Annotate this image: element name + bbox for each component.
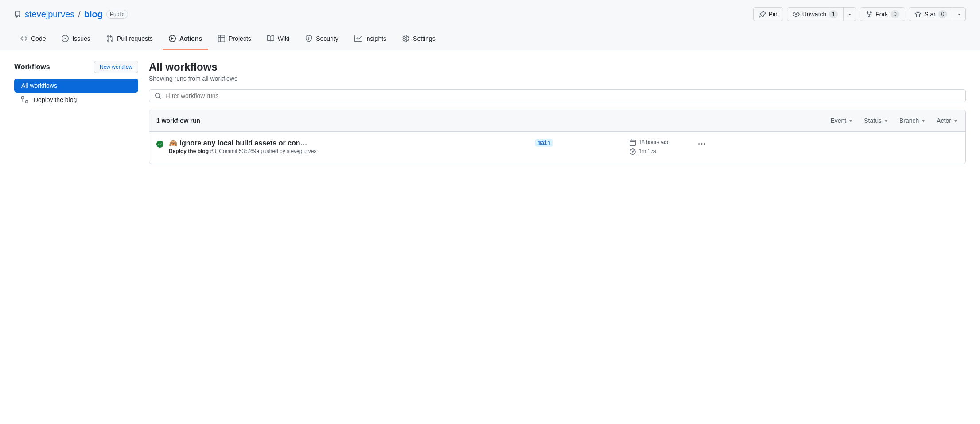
shield-icon [305, 35, 312, 42]
repo-icon [14, 11, 21, 18]
repo-header-row: stevejpurves / blog Public Pin Unwatch 1 [14, 7, 966, 21]
pin-button[interactable]: Pin [753, 7, 783, 21]
tab-settings-label: Settings [413, 32, 436, 45]
repo-nav: Code Issues Pull requests Actions Projec… [14, 28, 966, 50]
stopwatch-icon [629, 148, 636, 155]
sidebar-item-label: Deploy the blog [34, 96, 77, 103]
tab-security[interactable]: Security [299, 28, 345, 50]
filter-actor[interactable]: Actor [937, 117, 958, 124]
book-icon [267, 35, 274, 42]
run-row[interactable]: 🙈 ignore any local build assets or con… … [149, 132, 965, 164]
star-button-group: Star 0 [909, 7, 966, 21]
owner-link[interactable]: stevejpurves [25, 9, 74, 20]
pin-label: Pin [769, 10, 778, 19]
search-box[interactable] [149, 89, 966, 102]
sidebar-header: Workflows New workflow [14, 61, 138, 73]
run-info: 🙈 ignore any local build assets or con… … [169, 139, 530, 154]
table-icon [218, 35, 225, 42]
triangle-down-icon [921, 118, 926, 123]
eye-icon [793, 11, 800, 18]
tab-projects[interactable]: Projects [212, 28, 257, 50]
tab-code-label: Code [31, 32, 46, 45]
tab-wiki[interactable]: Wiki [261, 28, 296, 50]
body-wrap: Workflows New workflow All workflows Dep… [0, 50, 980, 175]
filter-event[interactable]: Event [830, 117, 853, 124]
pull-request-icon [106, 35, 113, 42]
time-ago-row: 18 hours ago [629, 139, 691, 146]
sidebar-title: Workflows [14, 63, 50, 71]
tab-code[interactable]: Code [14, 28, 52, 50]
filter-status-label: Status [864, 117, 882, 124]
time-column: 18 hours ago 1m 17s [629, 139, 691, 157]
watch-button-group: Unwatch 1 [787, 7, 856, 21]
run-title-text: ignore any local build assets or con… [179, 139, 307, 147]
sidebar-item-all-workflows[interactable]: All workflows [14, 79, 138, 93]
tab-issues-label: Issues [72, 32, 90, 45]
code-icon [20, 35, 27, 42]
branch-column: main [535, 139, 624, 147]
run-desc-tail: #3: Commit 53c769a pushed by stevejpurve… [209, 148, 316, 154]
tab-wiki-label: Wiki [278, 32, 289, 45]
tab-security-label: Security [316, 32, 338, 45]
tab-actions[interactable]: Actions [163, 28, 208, 50]
pin-icon [759, 11, 766, 18]
page-title: All workflows [149, 61, 966, 73]
fork-label: Fork [875, 10, 888, 19]
tab-pull-label: Pull requests [117, 32, 153, 45]
run-menu-button[interactable] [696, 139, 707, 149]
filter-event-label: Event [830, 117, 846, 124]
tab-issues[interactable]: Issues [55, 28, 96, 50]
triangle-down-icon [847, 12, 852, 17]
duration-row: 1m 17s [629, 148, 691, 155]
triangle-down-icon [883, 118, 889, 123]
new-workflow-button[interactable]: New workflow [94, 61, 138, 73]
filter-status[interactable]: Status [864, 117, 889, 124]
visibility-badge: Public [106, 10, 128, 19]
run-workflow-name: Deploy the blog [169, 148, 209, 154]
runs-header: 1 workflow run Event Status Branch [149, 110, 965, 132]
sidebar-item-label: All workflows [21, 82, 57, 89]
gear-icon [402, 35, 409, 42]
unwatch-label: Unwatch [802, 10, 826, 19]
page-subtitle: Showing runs from all workflows [149, 75, 966, 82]
star-button[interactable]: Star 0 [909, 7, 953, 21]
triangle-down-icon [957, 12, 962, 17]
success-icon [156, 141, 163, 148]
filter-branch[interactable]: Branch [899, 117, 926, 124]
triangle-down-icon [848, 118, 853, 123]
sidebar: Workflows New workflow All workflows Dep… [14, 61, 138, 164]
star-icon [914, 11, 922, 18]
run-emoji: 🙈 [169, 139, 178, 147]
search-icon [155, 92, 162, 99]
sidebar-item-deploy-blog[interactable]: Deploy the blog [14, 93, 138, 107]
watch-dropdown[interactable] [844, 7, 856, 21]
repo-action-buttons: Pin Unwatch 1 Fork 0 Star [753, 7, 966, 21]
filter-branch-label: Branch [899, 117, 919, 124]
duration-text: 1m 17s [639, 148, 656, 154]
path-separator: / [78, 9, 81, 20]
fork-icon [866, 11, 873, 18]
workflow-list: All workflows Deploy the blog [14, 79, 138, 107]
page-header: stevejpurves / blog Public Pin Unwatch 1 [0, 0, 980, 50]
branch-label[interactable]: main [535, 139, 553, 147]
tab-pull-requests[interactable]: Pull requests [100, 28, 159, 50]
workflow-icon [21, 96, 28, 103]
graph-icon [354, 35, 362, 42]
repo-title: stevejpurves / blog Public [14, 9, 128, 20]
repo-link[interactable]: blog [84, 9, 103, 20]
filter-group: Event Status Branch Actor [830, 117, 958, 124]
runs-count-title: 1 workflow run [156, 117, 200, 124]
star-dropdown[interactable] [953, 7, 966, 21]
run-desc: Deploy the blog #3: Commit 53c769a pushe… [169, 148, 530, 154]
fork-button[interactable]: Fork 0 [860, 7, 905, 21]
tab-projects-label: Projects [229, 32, 251, 45]
search-input[interactable] [165, 92, 960, 99]
tab-settings[interactable]: Settings [396, 28, 442, 50]
run-title[interactable]: 🙈 ignore any local build assets or con… [169, 139, 530, 147]
time-ago-text: 18 hours ago [639, 139, 670, 145]
calendar-icon [629, 139, 636, 146]
unwatch-button[interactable]: Unwatch 1 [787, 7, 844, 21]
play-icon [169, 35, 176, 42]
fork-count: 0 [891, 10, 899, 18]
tab-insights[interactable]: Insights [348, 28, 393, 50]
